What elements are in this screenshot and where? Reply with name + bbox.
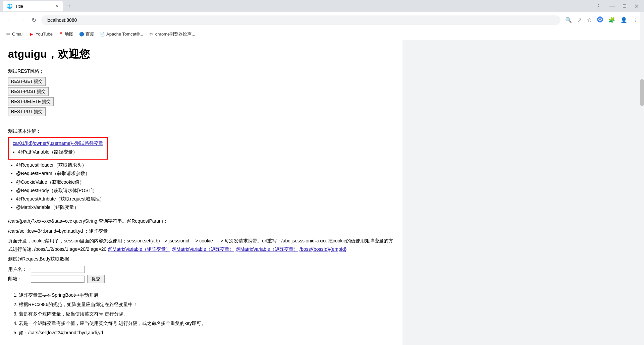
window-maximize-button[interactable]: □ — [620, 2, 629, 11]
annotation-item-path-variable: @PathVariable（路径变量） — [18, 148, 103, 156]
matrix-note-1: 矩阵变量需要在SpringBoot中手动开启 — [19, 290, 394, 300]
bookmark-gmail[interactable]: ✉ Gmail — [5, 32, 23, 37]
window-list-button[interactable]: ⋮ — [593, 2, 604, 11]
scrollbar-track[interactable] — [640, 12, 644, 345]
annotation-item-cookie-value: @CookieValue（获取cookie值） — [16, 178, 394, 186]
profile-button[interactable]: 👤 — [619, 15, 629, 25]
forward-button[interactable]: → — [17, 14, 27, 25]
bookmark-chrome-settings-label: chrome浏览器设声... — [155, 31, 195, 37]
bookmark-maps-label: 地图 — [65, 31, 73, 37]
annotation-item-request-header: @RequestHeader（获取请求头） — [16, 161, 394, 169]
window-close-button[interactable]: ✕ — [632, 2, 641, 11]
matrix-note-2: 根据RFC3986的规范，矩阵变量应当绑定在路径变量中！ — [19, 300, 394, 309]
bookmark-youtube-label: YouTube — [36, 32, 53, 37]
scrollbar-thumb[interactable] — [640, 79, 644, 106]
youtube-icon: ▶ — [29, 32, 34, 37]
rest-get-button[interactable]: REST-GET 提交 — [8, 77, 46, 86]
bookmark-gmail-label: Gmail — [12, 32, 23, 37]
rest-delete-button[interactable]: REST-DELETE 提交 — [8, 97, 54, 106]
rest-button-group: REST-GET 提交 REST-POST 提交 REST-DELETE 提交 … — [8, 77, 394, 116]
matrix-notes-list: 矩阵变量需要在SpringBoot中手动开启 根据RFC3986的规范，矩阵变量… — [19, 290, 394, 337]
matrix-note-3: 若是有多个矩阵变量，应当使用英文符号;进行分隔。 — [19, 309, 394, 319]
rest-put-button[interactable]: REST-PUT 提交 — [8, 107, 46, 116]
address-text: localhost:8080 — [47, 17, 77, 23]
nav-bar: ← → ↻ localhost:8080 🔍 ↗ ☆ 🧩 👤 ⋮ — [0, 12, 644, 28]
rest-post-button[interactable]: REST-POST 提交 — [8, 87, 49, 96]
browser-tab[interactable]: 🌐 Title × — [3, 1, 63, 11]
bookmark-tomcat[interactable]: 📄 Apache Tomcat®... — [100, 32, 143, 37]
matrix-note-4: 若是一个矩阵变量有多个值，应当使用英文符号,进行分隔，或之命名多个重复的key即… — [19, 319, 394, 328]
search-button[interactable]: 🔍 — [563, 15, 574, 25]
info-line-2: /cars/sell;low=34;brand=byd,audi,yd ；矩阵变… — [8, 227, 394, 235]
page-title: atguigu，欢迎您 — [8, 47, 394, 62]
matrix-path-link[interactable]: /boss/{bossId}/{empId} — [300, 246, 346, 252]
basic-annotation-label: 测试基本注解： — [8, 128, 394, 134]
matrix-link-2[interactable]: @MatrixVariable（矩阵变量） — [172, 246, 234, 252]
matrix-link-3[interactable]: @MatrixVariable（矩阵变量） — [235, 246, 298, 252]
bookmark-chrome-settings[interactable]: ⚙ chrome浏览器设声... — [149, 31, 195, 37]
chrome-settings-icon: ⚙ — [149, 32, 154, 37]
annotation-list: @RequestHeader（获取请求头） @RequestParam（获取请求… — [16, 161, 394, 212]
bookmark-tomcat-label: Apache Tomcat®... — [106, 32, 143, 37]
email-row: 邮箱： 提交 — [8, 275, 394, 283]
baidu-icon: 🔵 — [79, 32, 84, 37]
info-line-1: /cars/{path}?xxx=xxx&aaa=ccc queryString… — [8, 217, 394, 225]
info-line-3: 页面开发，cookie禁用了，session里面的内容怎么使用；session.… — [8, 237, 394, 253]
tab-title: Title — [15, 4, 23, 9]
bookmark-button[interactable]: ☆ — [585, 15, 594, 25]
extensions-button[interactable]: 🧩 — [606, 15, 617, 25]
annotation-item-request-body: @RequestBody（获取请求体[POST]） — [16, 186, 394, 195]
username-row: 用户名： — [8, 266, 394, 273]
menu-button[interactable]: ⋮ — [631, 15, 640, 25]
tab-close-button[interactable]: × — [55, 2, 59, 10]
svg-point-2 — [599, 18, 601, 20]
maps-icon: 📍 — [58, 32, 63, 37]
window-controls: ⋮ — □ ✕ — [593, 2, 641, 11]
annotation-item-request-attribute: @RequestAttribute（获取request域属性） — [16, 195, 394, 203]
share-button[interactable]: ↗ — [575, 15, 584, 25]
back-button[interactable]: ← — [4, 14, 14, 25]
request-body-form: 用户名： 邮箱： 提交 — [8, 266, 394, 283]
bookmark-baidu-label: 百度 — [86, 31, 94, 37]
matrix-link-1[interactable]: @MatrixVariable（矩阵变量） — [108, 246, 170, 252]
bookmark-baidu[interactable]: 🔵 百度 — [79, 31, 94, 37]
title-bar: 🌐 Title × + ⋮ — □ ✕ — [0, 0, 644, 12]
rest-section-label: 测试REST风格； — [8, 68, 394, 74]
annotation-item-matrix-variable: @MatrixVariable（矩阵变量） — [16, 203, 394, 212]
path-variable-box: car01/{id}/owner/{username}--测试路径变量 @Pat… — [8, 137, 108, 160]
bookmark-maps[interactable]: 📍 地图 — [58, 31, 73, 37]
email-input[interactable] — [31, 276, 85, 283]
request-body-label: 测试@RequestBody获取数据 — [8, 255, 394, 263]
chrome-icon[interactable] — [595, 14, 605, 26]
nav-right-icons: 🔍 ↗ ☆ 🧩 👤 ⋮ — [563, 14, 640, 26]
bookmarks-bar: ✉ Gmail ▶ YouTube 📍 地图 🔵 百度 📄 Apache Tom… — [0, 28, 644, 40]
page-content: atguigu，欢迎您 测试REST风格； REST-GET 提交 REST-P… — [0, 40, 402, 345]
path-variable-link[interactable]: car01/{id}/owner/{username}--测试路径变量 — [13, 140, 103, 146]
divider-1 — [8, 123, 394, 123]
divider-2 — [8, 343, 394, 343]
window-minimize-button[interactable]: — — [607, 2, 618, 11]
submit-button[interactable]: 提交 — [87, 275, 105, 283]
annotation-item-request-param: @RequestParam（获取请求参数） — [16, 169, 394, 178]
username-input[interactable] — [31, 266, 85, 273]
tab-favicon: 🌐 — [7, 3, 12, 9]
email-label: 邮箱： — [8, 276, 28, 282]
browser-frame: 🌐 Title × + ⋮ — □ ✕ ← → ↻ localhost:8080… — [0, 0, 644, 345]
gmail-icon: ✉ — [5, 32, 11, 37]
reload-button[interactable]: ↻ — [30, 14, 39, 26]
matrix-note-5: 如：/cars/sell;low=34;brand=byd,audi,yd — [19, 328, 394, 337]
tomcat-icon: 📄 — [100, 32, 105, 37]
address-bar[interactable]: localhost:8080 — [41, 15, 560, 25]
new-tab-button[interactable]: + — [64, 1, 74, 11]
bookmark-youtube[interactable]: ▶ YouTube — [29, 32, 53, 37]
username-label: 用户名： — [8, 267, 28, 273]
